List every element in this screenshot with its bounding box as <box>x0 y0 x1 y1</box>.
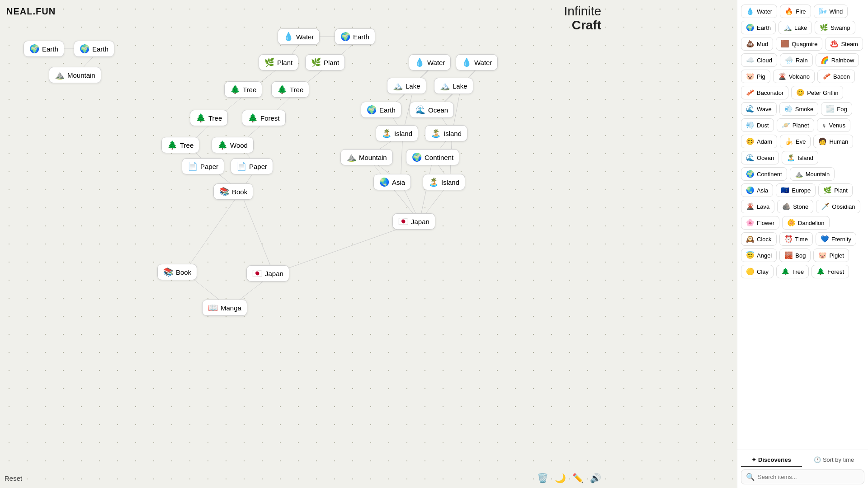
sidebar-tabs: ✦ Discoveries🕐 Sort by time <box>741 454 864 467</box>
node-japan[interactable]: 🇯🇵Japan <box>392 213 435 230</box>
sidebar-item-baconator[interactable]: 🥓Baconator <box>741 86 788 99</box>
sidebar-item-mountain[interactable]: ⛰️Mountain <box>790 167 835 181</box>
site-logo: NEAL.FUN <box>6 6 56 17</box>
node-earth[interactable]: 🌍Earth <box>361 102 401 118</box>
sidebar-item-tree[interactable]: 🌲Tree <box>776 265 809 278</box>
node-earth[interactable]: 🌍Earth <box>335 28 375 45</box>
node-continent[interactable]: 🌍Continent <box>406 149 459 165</box>
node-earth[interactable]: 🌍Earth <box>74 41 114 57</box>
search-icon: 🔍 <box>746 473 755 481</box>
tab-0[interactable]: ✦ Discoveries <box>741 454 802 467</box>
sidebar-item-dust[interactable]: 💨Dust <box>741 118 774 132</box>
sidebar-item-clock[interactable]: 🕰️Clock <box>741 232 777 246</box>
sidebar-item-mud[interactable]: 💩Mud <box>741 37 773 51</box>
sidebar-item-flower[interactable]: 🌸Flower <box>741 216 779 230</box>
pen-icon[interactable]: ✏️ <box>572 473 584 483</box>
sidebar-item-rain[interactable]: 🌧️Rain <box>780 53 813 67</box>
node-japan[interactable]: 🇯🇵Japan <box>246 265 289 282</box>
sidebar-item-eternity[interactable]: 💙Eternity <box>816 232 856 246</box>
sidebar-footer: ✦ Discoveries🕐 Sort by time 🔍 <box>737 450 868 488</box>
node-forest[interactable]: 🌲Forest <box>242 110 286 126</box>
sidebar-item-lake[interactable]: 🏔️Lake <box>778 21 812 34</box>
node-water[interactable]: 💧Water <box>456 54 498 70</box>
volume-icon[interactable]: 🔊 <box>590 473 601 483</box>
sidebar-item-quagmire[interactable]: 🟫Quagmire <box>776 37 822 51</box>
node-asia[interactable]: 🌏Asia <box>373 174 411 190</box>
node-mountain[interactable]: ⛰️Mountain <box>340 149 393 165</box>
node-island[interactable]: 🏝️Island <box>423 174 465 190</box>
sidebar-item-volcano[interactable]: 🌋Volcano <box>773 70 815 83</box>
sidebar-item-time[interactable]: ⏰Time <box>779 232 813 246</box>
node-earth[interactable]: 🌍Earth <box>24 41 64 57</box>
trash-icon[interactable]: 🗑️ <box>537 473 548 483</box>
sidebar-item-cloud[interactable]: ☁️Cloud <box>741 53 777 67</box>
node-water[interactable]: 💧Water <box>409 54 451 70</box>
reset-button[interactable]: Reset <box>5 474 22 482</box>
sidebar-item-planet[interactable]: 🪐Planet <box>777 118 814 132</box>
node-tree[interactable]: 🌲Tree <box>224 81 262 98</box>
sidebar-items-list: 💧Water🔥Fire🌬️Wind🌍Earth🏔️Lake🌿Swamp💩Mud🟫… <box>737 0 868 450</box>
node-tree[interactable]: 🌲Tree <box>271 81 309 98</box>
sidebar-item-pig[interactable]: 🐷Pig <box>741 70 770 83</box>
sidebar-item-fog[interactable]: 🌫️Fog <box>821 102 852 116</box>
tab-1[interactable]: 🕐 Sort by time <box>804 454 865 467</box>
sidebar-item-plant[interactable]: 🌿Plant <box>818 183 853 197</box>
sidebar-item-venus[interactable]: ♀️Venus <box>817 118 850 132</box>
sidebar-item-fire[interactable]: 🔥Fire <box>780 5 811 18</box>
sidebar-item-lava[interactable]: 🌋Lava <box>741 200 774 213</box>
sidebar-item-clay[interactable]: 🟡Clay <box>741 265 774 278</box>
sidebar-item-island[interactable]: 🏝️Island <box>782 151 818 164</box>
node-island[interactable]: 🏝️Island <box>425 125 467 141</box>
node-manga[interactable]: 📖Manga <box>202 300 247 316</box>
sidebar-item-rainbow[interactable]: 🌈Rainbow <box>816 53 859 67</box>
node-wood[interactable]: 🌲Wood <box>212 137 254 153</box>
sidebar-item-earth[interactable]: 🌍Earth <box>741 21 776 34</box>
search-input[interactable] <box>758 474 859 480</box>
svg-line-26 <box>241 192 274 273</box>
node-island[interactable]: 🏝️Island <box>376 125 418 141</box>
node-water[interactable]: 💧Water <box>278 28 320 45</box>
sidebar-item-wave[interactable]: 🌊Wave <box>741 102 777 116</box>
moon-icon[interactable]: 🌙 <box>555 473 566 483</box>
sidebar-item-obsidian[interactable]: 🗡️Obsidian <box>816 200 860 213</box>
sidebar-item-forest[interactable]: 🌲Forest <box>811 265 849 278</box>
node-lake[interactable]: 🏔️Lake <box>387 78 426 94</box>
node-mountain[interactable]: ⛰️Mountain <box>49 67 101 83</box>
node-plant[interactable]: 🌿Plant <box>305 54 345 70</box>
bottom-toolbar: Reset 🗑️🌙✏️🔊 <box>5 473 601 483</box>
sidebar-item-stone[interactable]: 🪨Stone <box>777 200 813 213</box>
sidebar-item-adam[interactable]: 😊Adam <box>741 135 777 148</box>
sidebar-item-angel[interactable]: 😇Angel <box>741 249 777 262</box>
node-book[interactable]: 📚Book <box>213 183 253 200</box>
node-plant[interactable]: 🌿Plant <box>259 54 298 70</box>
sidebar-item-water[interactable]: 💧Water <box>741 5 777 18</box>
node-lake[interactable]: 🏔️Lake <box>434 78 473 94</box>
node-tree[interactable]: 🌲Tree <box>190 110 228 126</box>
sidebar-item-peter-griffin[interactable]: 😊Peter Griffin <box>791 86 843 99</box>
connection-lines <box>0 0 737 488</box>
sidebar-item-ocean[interactable]: 🌊Ocean <box>741 151 779 164</box>
sidebar-item-piglet[interactable]: 🐷Piglet <box>813 249 849 262</box>
game-logo: Infinite Craft <box>564 5 602 33</box>
toolbar-icons: 🗑️🌙✏️🔊 <box>537 473 601 483</box>
node-tree[interactable]: 🌲Tree <box>161 137 199 153</box>
sidebar-item-eve[interactable]: 🍌Eve <box>780 135 811 148</box>
svg-line-25 <box>184 192 241 272</box>
node-book[interactable]: 📚Book <box>157 264 197 280</box>
node-paper[interactable]: 📄Paper <box>182 158 224 174</box>
sidebar-item-human[interactable]: 🧑Human <box>813 135 853 148</box>
sidebar-item-bog[interactable]: 🧱Bog <box>779 249 811 262</box>
sidebar-item-smoke[interactable]: 💨Smoke <box>779 102 818 116</box>
sidebar: 💧Water🔥Fire🌬️Wind🌍Earth🏔️Lake🌿Swamp💩Mud🟫… <box>737 0 868 488</box>
sidebar-item-wind[interactable]: 🌬️Wind <box>814 5 848 18</box>
node-ocean[interactable]: 🌊Ocean <box>410 102 454 118</box>
sidebar-item-steam[interactable]: ♨️Steam <box>825 37 863 51</box>
craft-canvas[interactable]: NEAL.FUN Infinite Craft Reset 🗑️🌙✏️🔊 🌍Ea… <box>0 0 737 488</box>
sidebar-item-europe[interactable]: 🇪🇺Europe <box>776 183 816 197</box>
sidebar-item-continent[interactable]: 🌍Continent <box>741 167 787 181</box>
sidebar-item-dandelion[interactable]: 🌼Dandelion <box>782 216 830 230</box>
node-paper[interactable]: 📄Paper <box>231 158 273 174</box>
sidebar-item-bacon[interactable]: 🥓Bacon <box>817 70 855 83</box>
sidebar-item-asia[interactable]: 🌏Asia <box>741 183 773 197</box>
sidebar-item-swamp[interactable]: 🌿Swamp <box>815 21 855 34</box>
